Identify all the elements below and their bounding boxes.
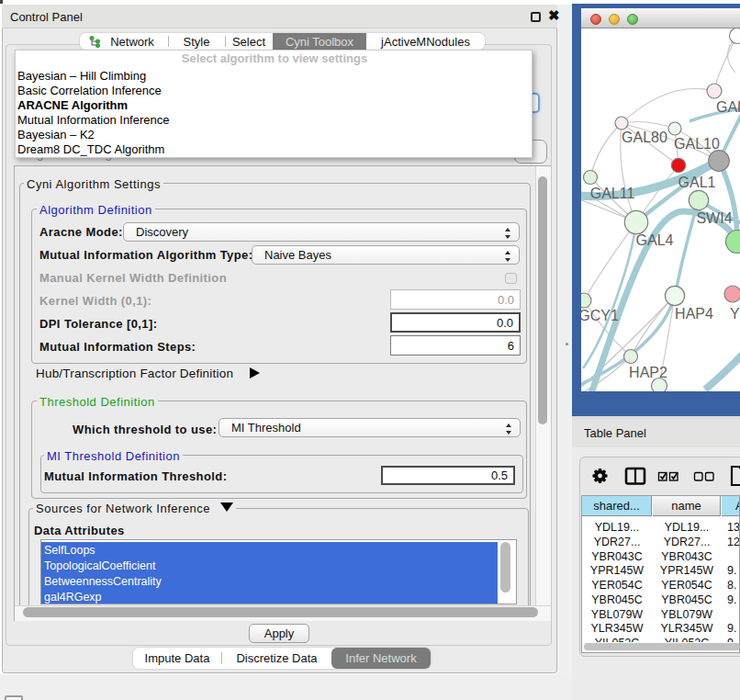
svg-text:HAP2: HAP2 (629, 365, 667, 380)
svg-text:GAL10: GAL10 (674, 136, 720, 152)
svg-text:HAP4: HAP4 (675, 306, 713, 322)
svg-text:GAL11: GAL11 (590, 186, 635, 201)
svg-text:GAL4: GAL4 (636, 232, 674, 248)
svg-text:YD: YD (730, 306, 740, 322)
svg-text:GAL80: GAL80 (622, 130, 667, 145)
svg-text:SWI4: SWI4 (696, 210, 732, 226)
svg-text:GAL1: GAL1 (678, 175, 716, 190)
svg-text:GAL2: GAL2 (716, 99, 740, 115)
svg-text:GCY1: GCY1 (581, 308, 619, 323)
